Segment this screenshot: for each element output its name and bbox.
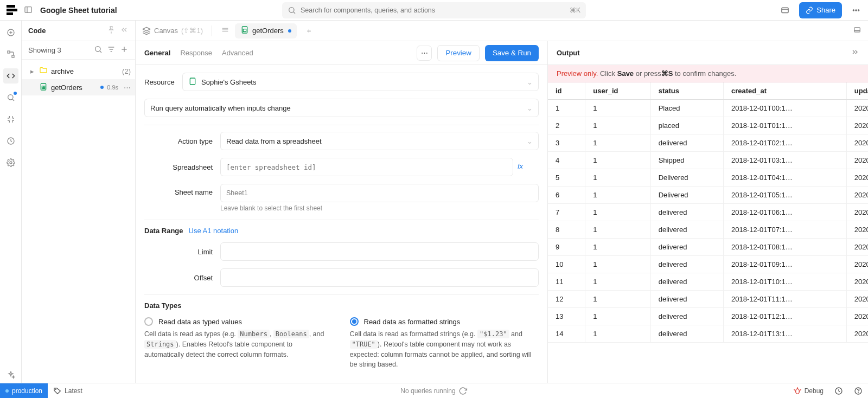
table-row[interactable]: 131delivered2018-12-01T12:1…2020-06- <box>548 308 868 325</box>
rail-inspect-icon[interactable] <box>3 90 18 105</box>
refresh-icon[interactable] <box>459 387 468 395</box>
rail-add-icon[interactable] <box>3 25 18 40</box>
table-row[interactable]: 31delivered2018-12-01T02:1…2020-06- <box>548 134 868 152</box>
bottom-help-icon[interactable] <box>848 387 868 395</box>
panel-toggle-icon[interactable] <box>24 5 34 15</box>
table-cell: 6 <box>548 187 585 204</box>
rail-code-icon[interactable] <box>3 68 18 84</box>
tab-general[interactable]: General <box>144 49 170 57</box>
radio-formatted-strings[interactable] <box>350 317 359 326</box>
column-header[interactable]: user_id <box>585 82 650 100</box>
environment-badge[interactable]: production <box>0 383 48 398</box>
column-header[interactable]: created_at <box>723 82 846 100</box>
table-row[interactable]: 91delivered2018-12-01T08:1…2020-06- <box>548 239 868 256</box>
tab-response[interactable]: Response <box>180 49 212 57</box>
query-tab-getorders[interactable]: getOrders <box>235 23 297 38</box>
action-type-select[interactable]: Read data from a spreadsheet ⌄ <box>220 132 539 150</box>
rail-component-tree-icon[interactable] <box>3 47 18 62</box>
a1-notation-link[interactable]: Use A1 notation <box>189 227 239 235</box>
fx-toggle[interactable]: fx <box>518 162 523 170</box>
code-add-icon[interactable] <box>120 45 129 55</box>
chevron-right-icon: ▸ <box>30 67 36 75</box>
rail-settings-icon[interactable] <box>3 155 18 170</box>
editor-more-icon[interactable]: ⋯ <box>417 46 432 61</box>
add-tab-icon[interactable]: ＋ <box>302 26 316 36</box>
rail-history-icon[interactable] <box>3 133 18 149</box>
tab-advanced[interactable]: Advanced <box>222 49 253 57</box>
debug-button[interactable]: Debug <box>788 387 829 395</box>
limit-input[interactable] <box>220 242 539 261</box>
expand-output-icon[interactable] <box>851 48 859 58</box>
global-search[interactable]: ⌘K <box>282 2 586 18</box>
table-row[interactable]: 81delivered2018-12-01T07:1…2020-06- <box>548 221 868 239</box>
table-cell: 12 <box>548 291 585 308</box>
table-row[interactable]: 61Delivered2018-12-01T05:1…2020-06- <box>548 187 868 204</box>
row-more-icon[interactable]: ⋯ <box>124 84 131 92</box>
table-row[interactable]: 71delivered2018-12-01T06:1…2020-06- <box>548 204 868 221</box>
resource-select[interactable]: Sophie's Gsheets ⌄ <box>182 73 539 91</box>
column-header[interactable]: id <box>548 82 585 100</box>
pin-icon[interactable] <box>107 25 116 36</box>
table-cell: 2018-12-01T04:1… <box>723 169 846 187</box>
canvas-tab[interactable]: Canvas (⇧⌘1) <box>142 27 203 35</box>
table-cell: 2020-06- <box>846 152 868 169</box>
table-row[interactable]: 121delivered2018-12-01T11:1…2020-06- <box>548 291 868 308</box>
table-row[interactable]: 141delivered2018-12-01T13:1…2020-06- <box>548 325 868 343</box>
collapse-icon[interactable] <box>120 25 129 36</box>
table-row[interactable]: 11Placed2018-12-01T00:1…2020-06- <box>548 100 868 117</box>
table-row[interactable]: 41Shipped2018-12-01T03:1…2020-06- <box>548 152 868 169</box>
svg-point-14 <box>8 95 12 100</box>
code-filter-icon[interactable] <box>107 45 116 55</box>
more-menu-icon[interactable] <box>848 3 864 18</box>
sheet-label: Sheet name <box>144 184 220 196</box>
drag-handle-icon[interactable] <box>221 25 229 36</box>
column-header[interactable]: status <box>650 82 723 100</box>
svg-marker-30 <box>143 27 150 31</box>
preview-button[interactable]: Preview <box>437 45 479 61</box>
tree-folder-archive[interactable]: ▸ archive (2) <box>22 63 135 79</box>
save-run-button[interactable]: Save & Run <box>485 45 539 61</box>
bottom-history-icon[interactable] <box>829 387 848 395</box>
svg-rect-35 <box>243 29 246 32</box>
offset-input[interactable] <box>220 268 539 287</box>
table-cell: delivered <box>650 325 723 343</box>
search-input[interactable] <box>301 7 565 14</box>
table-cell: delivered <box>650 273 723 291</box>
table-cell: 2020-06- <box>846 325 868 343</box>
column-header[interactable]: updated_a <box>846 82 868 100</box>
output-table: iduser_idstatuscreated_atupdated_a 11Pla… <box>548 82 868 343</box>
radio-typed-label: Read data as typed values <box>158 318 242 326</box>
table-row[interactable]: 111delivered2018-12-01T10:1…2020-06- <box>548 273 868 291</box>
tree-count: (2) <box>122 67 131 75</box>
table-row[interactable]: 21placed2018-12-01T01:1…2020-06- <box>548 117 868 134</box>
unsaved-indicator <box>100 86 104 89</box>
spreadsheet-field[interactable] <box>226 163 507 171</box>
layers-icon <box>142 27 151 35</box>
table-row[interactable]: 51Delivered2018-12-01T04:1…2020-06- <box>548 169 868 187</box>
data-range-title: Data Range <box>144 227 183 235</box>
tree-query-getorders[interactable]: getOrders 0.9s ⋯ <box>22 79 135 95</box>
limit-field[interactable] <box>226 248 533 256</box>
rail-ai-icon[interactable] <box>3 368 18 383</box>
minimize-panel-icon[interactable] <box>853 25 861 36</box>
sheet-field[interactable] <box>226 189 533 197</box>
version-latest[interactable]: Latest <box>48 387 88 395</box>
radio-typed-values[interactable] <box>144 317 153 326</box>
run-mode-select[interactable]: Run query automatically when inputs chan… <box>144 99 539 117</box>
sheet-input[interactable] <box>220 184 539 202</box>
table-cell: Delivered <box>650 187 723 204</box>
table-cell: 2020-06- <box>846 256 868 273</box>
svg-line-20 <box>100 51 101 53</box>
resource-label: Resource <box>144 78 182 86</box>
offset-field[interactable] <box>226 274 533 282</box>
link-icon <box>806 7 813 14</box>
spreadsheet-input[interactable] <box>220 158 513 176</box>
share-button[interactable]: Share <box>799 2 842 18</box>
code-search-icon[interactable] <box>94 45 103 55</box>
table-row[interactable]: 101delivered2018-12-01T09:1…2020-06- <box>548 256 868 273</box>
tag-icon <box>53 387 62 395</box>
table-cell: 2018-12-01T03:1… <box>723 152 846 169</box>
rail-state-icon[interactable]: i <box>3 112 18 127</box>
share-label: Share <box>816 6 835 14</box>
window-icon[interactable] <box>777 3 793 18</box>
